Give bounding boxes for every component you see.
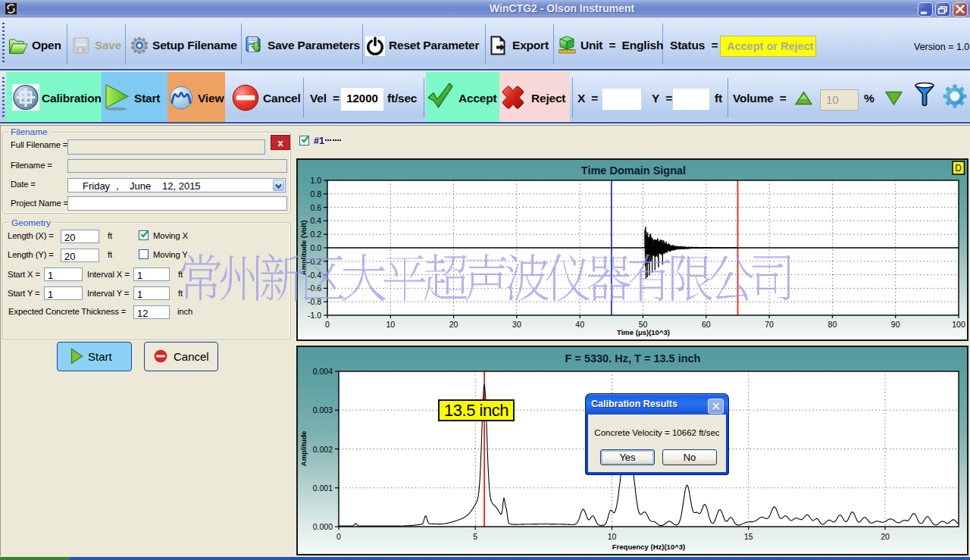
svg-text:100: 100 [952, 320, 965, 329]
svg-text:80: 80 [828, 320, 837, 329]
svg-text:20: 20 [881, 532, 890, 541]
svg-text:D: D [955, 163, 962, 174]
svg-text:90: 90 [891, 320, 900, 329]
